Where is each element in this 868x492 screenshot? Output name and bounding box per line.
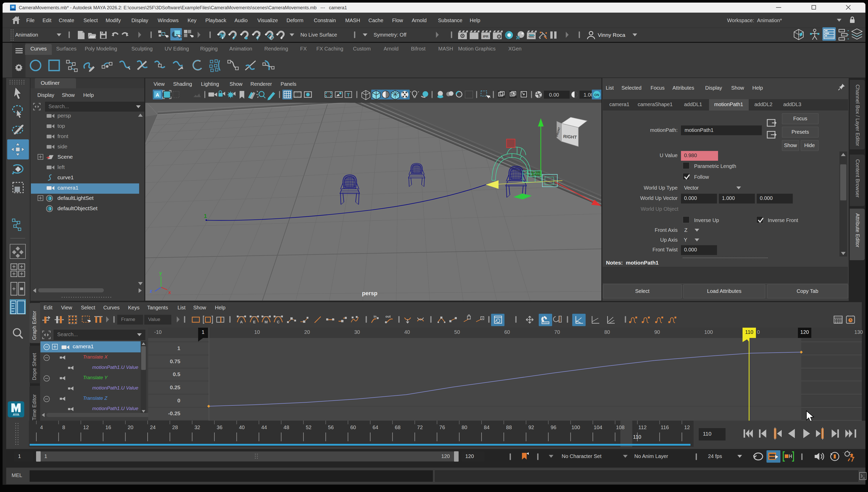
svg-text:out: out bbox=[386, 315, 391, 318]
svg-text:y: y bbox=[159, 270, 162, 276]
svg-text:RIGHT: RIGHT bbox=[563, 134, 577, 140]
svg-text:IPR: IPR bbox=[483, 34, 489, 39]
svg-text:120: 120 bbox=[531, 170, 541, 177]
svg-text:A: A bbox=[156, 92, 159, 98]
svg-text:C: C bbox=[277, 320, 280, 324]
svg-text:Renderer: Renderer bbox=[250, 81, 272, 87]
svg-text:0.00: 0.00 bbox=[549, 92, 559, 98]
svg-text:persp: persp bbox=[362, 290, 377, 296]
svg-text:Lighting: Lighting bbox=[201, 81, 219, 87]
svg-text:M: M bbox=[11, 5, 15, 9]
svg-text:Shading: Shading bbox=[173, 81, 192, 87]
svg-text:in: in bbox=[374, 315, 377, 318]
svg-text:A: A bbox=[240, 320, 243, 324]
svg-text:1: 1 bbox=[204, 213, 207, 219]
svg-text:AYA: AYA bbox=[13, 413, 19, 417]
svg-text:x: x bbox=[168, 290, 171, 295]
svg-text:ON: ON bbox=[594, 93, 599, 97]
svg-text:Show: Show bbox=[229, 81, 243, 87]
svg-text:T: T bbox=[347, 93, 350, 98]
svg-text:E: E bbox=[253, 320, 255, 324]
svg-text:View: View bbox=[153, 81, 165, 87]
svg-text:Panels: Panels bbox=[280, 81, 296, 87]
svg-text:z: z bbox=[150, 288, 152, 294]
svg-text:M: M bbox=[265, 320, 268, 324]
